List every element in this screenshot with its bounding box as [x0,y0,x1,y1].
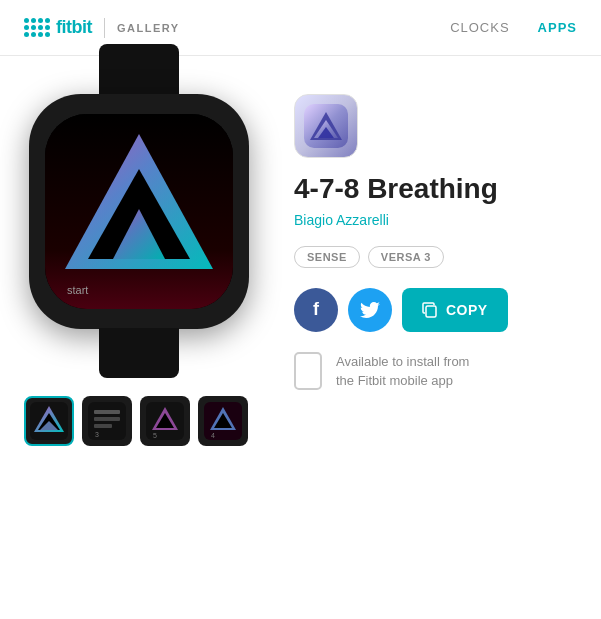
header: fitbit GALLERY CLOCKS APPS [0,0,601,56]
thumbnail-1[interactable] [24,396,74,446]
fitbit-dots-icon [24,18,50,37]
install-text-line1: Available to install from [336,354,469,369]
app-icon [294,94,358,158]
app-title: 4-7-8 Breathing [294,172,577,206]
nav-clocks-link[interactable]: CLOCKS [450,20,509,35]
fitbit-logo: fitbit [24,17,92,38]
svg-text:4: 4 [211,432,215,439]
svg-text:3: 3 [95,431,99,438]
nav-apps-link[interactable]: APPS [538,20,577,35]
header-nav: CLOCKS APPS [450,20,577,35]
action-buttons: f COPY [294,288,577,332]
watch-screen: start [45,114,233,309]
watch-band-top [99,44,179,94]
svg-text:start: start [67,284,88,296]
gallery-label: GALLERY [117,22,180,34]
phone-icon [294,352,322,390]
install-notice: Available to install from the Fitbit mob… [294,352,577,391]
thumbnail-3[interactable]: 5 [140,396,190,446]
detail-section: 4-7-8 Breathing Biagio Azzarelli SENSE V… [294,86,577,446]
tag-sense[interactable]: SENSE [294,246,360,268]
twitter-share-button[interactable] [348,288,392,332]
install-text: Available to install from the Fitbit mob… [336,352,469,391]
svg-rect-12 [94,424,112,428]
header-left: fitbit GALLERY [24,17,180,38]
watch-band-bottom [99,328,179,378]
svg-rect-11 [94,417,120,421]
app-icon-graphic [304,104,348,148]
thumbnail-2[interactable]: 3 [82,396,132,446]
thumbnail-4[interactable]: 4 [198,396,248,446]
svg-text:5: 5 [153,432,157,439]
facebook-share-button[interactable]: f [294,288,338,332]
copy-icon [422,302,438,318]
tag-versa3[interactable]: VERSA 3 [368,246,444,268]
facebook-icon: f [313,299,319,320]
app-author[interactable]: Biagio Azzarelli [294,212,577,228]
tags-row: SENSE VERSA 3 [294,246,577,268]
watch-outer: start [29,94,249,329]
svg-rect-26 [426,306,436,317]
thumbnails-row: 3 5 4 [24,396,264,446]
main-content: start [0,56,601,466]
copy-button-label: COPY [446,302,488,318]
copy-button[interactable]: COPY [402,288,508,332]
watch-section: start [24,86,264,446]
install-text-line2: the Fitbit mobile app [336,373,453,388]
watch-display: start [24,86,254,336]
header-divider [104,18,105,38]
svg-rect-10 [94,410,120,414]
fitbit-brand-text: fitbit [56,17,92,38]
twitter-icon [360,302,380,318]
watch-screen-graphic: start [45,114,233,309]
